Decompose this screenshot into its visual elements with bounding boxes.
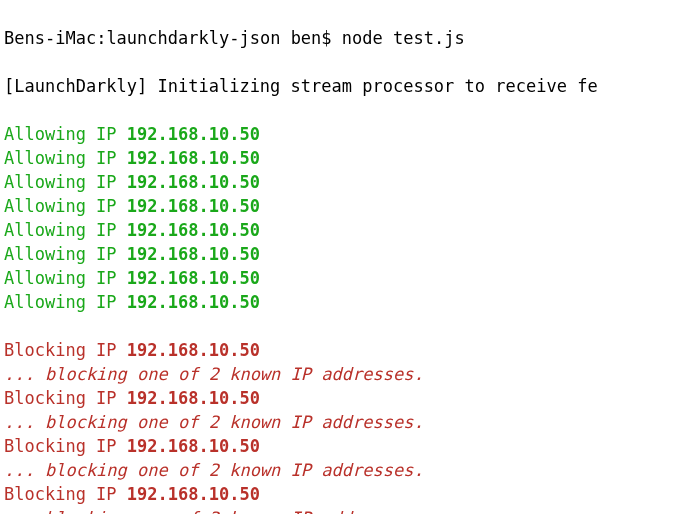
allow-prefix: Allowing IP: [4, 268, 127, 288]
allow-line: Allowing IP 192.168.10.50: [4, 194, 696, 218]
allow-line: Allowing IP 192.168.10.50: [4, 218, 696, 242]
prompt-line[interactable]: Bens-iMac:launchdarkly-json ben$ node te…: [4, 26, 696, 50]
allow-line: Allowing IP 192.168.10.50: [4, 170, 696, 194]
allow-ip: 192.168.10.50: [127, 196, 260, 216]
block-detail-line: ... blocking one of 2 known IP addresses…: [4, 362, 696, 386]
init-line: [LaunchDarkly] Initializing stream proce…: [4, 74, 696, 98]
prompt-path: launchdarkly-json: [106, 28, 280, 48]
allow-ip: 192.168.10.50: [127, 244, 260, 264]
block-prefix: Blocking IP: [4, 388, 127, 408]
prompt-host: Bens-iMac: [4, 28, 96, 48]
allow-line: Allowing IP 192.168.10.50: [4, 242, 696, 266]
allow-line: Allowing IP 192.168.10.50: [4, 266, 696, 290]
block-prefix: Blocking IP: [4, 436, 127, 456]
allow-prefix: Allowing IP: [4, 244, 127, 264]
block-detail-line: ... blocking one of 2 known IP addresses…: [4, 506, 696, 514]
allow-line: Allowing IP 192.168.10.50: [4, 122, 696, 146]
allow-ip: 192.168.10.50: [127, 220, 260, 240]
allow-ip: 192.168.10.50: [127, 172, 260, 192]
allow-prefix: Allowing IP: [4, 196, 127, 216]
block-prefix: Blocking IP: [4, 340, 127, 360]
command-text: node test.js: [342, 28, 465, 48]
allow-ip: 192.168.10.50: [127, 124, 260, 144]
allow-prefix: Allowing IP: [4, 292, 127, 312]
block-ip: 192.168.10.50: [127, 388, 260, 408]
block-ip: 192.168.10.50: [127, 484, 260, 504]
block-line: Blocking IP 192.168.10.50: [4, 386, 696, 410]
block-detail-line: ... blocking one of 2 known IP addresses…: [4, 458, 696, 482]
allow-ip: 192.168.10.50: [127, 268, 260, 288]
block-line: Blocking IP 192.168.10.50: [4, 434, 696, 458]
allow-ip: 192.168.10.50: [127, 148, 260, 168]
allow-prefix: Allowing IP: [4, 220, 127, 240]
block-ip: 192.168.10.50: [127, 340, 260, 360]
allow-line: Allowing IP 192.168.10.50: [4, 146, 696, 170]
block-ip: 192.168.10.50: [127, 436, 260, 456]
allow-prefix: Allowing IP: [4, 148, 127, 168]
prompt-user: ben: [291, 28, 322, 48]
allow-prefix: Allowing IP: [4, 124, 127, 144]
allow-line: Allowing IP 192.168.10.50: [4, 290, 696, 314]
block-detail-line: ... blocking one of 2 known IP addresses…: [4, 410, 696, 434]
allow-prefix: Allowing IP: [4, 172, 127, 192]
terminal-output: Bens-iMac:launchdarkly-json ben$ node te…: [0, 0, 700, 514]
block-prefix: Blocking IP: [4, 484, 127, 504]
allow-ip: 192.168.10.50: [127, 292, 260, 312]
block-line: Blocking IP 192.168.10.50: [4, 338, 696, 362]
block-line: Blocking IP 192.168.10.50: [4, 482, 696, 506]
